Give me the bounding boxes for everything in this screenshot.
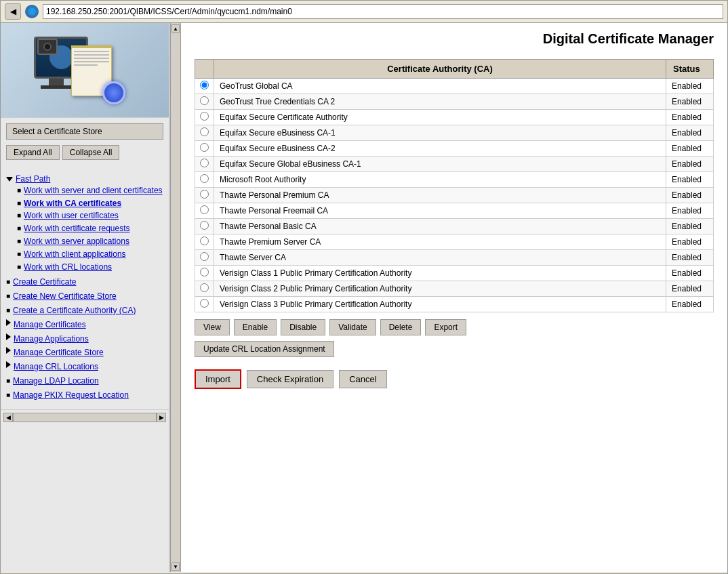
ca-name-cell: Thawte Server CA [214, 250, 666, 266]
radio-cell [195, 219, 214, 234]
ca-radio-input[interactable] [200, 205, 209, 214]
ca-radio-input[interactable] [200, 299, 209, 308]
ca-status-cell: Enabled [666, 297, 714, 312]
ca-radio-input[interactable] [200, 283, 209, 292]
vertical-scrollbar[interactable]: ▲ ▼ [170, 23, 181, 572]
crl-row: Update CRL Location Assignment [195, 341, 714, 364]
ca-radio-input[interactable] [200, 221, 209, 230]
ca-radio-input[interactable] [200, 143, 209, 152]
disable-button[interactable]: Disable [281, 319, 325, 335]
work-server-client-link[interactable]: Work with server and client certificates [24, 185, 163, 197]
ca-radio-input[interactable] [200, 190, 209, 199]
check-expiration-button[interactable]: Check Expiration [247, 370, 333, 388]
radio-cell [195, 79, 214, 94]
ca-name-cell: Microsoft Root Authority [214, 172, 666, 188]
nav-item-cert-requests: ■ Work with certificate requests [17, 223, 163, 234]
work-client-applications-link[interactable]: Work with client applications [24, 249, 126, 260]
ca-status-cell: Enabled [666, 281, 714, 297]
triangle-right-icon [6, 361, 11, 368]
scroll-up-icon: ▲ [171, 24, 180, 33]
sidebar-nav: Select a Certificate Store Expand All Co… [1, 118, 169, 409]
manage-certificates-link[interactable]: Manage Certificates [14, 319, 86, 331]
table-row: GeoTrust True Credentials CA 2Enabled [195, 94, 714, 110]
ca-radio-input[interactable] [200, 127, 209, 136]
select-certificate-store-button[interactable]: Select a Certificate Store [6, 123, 163, 140]
table-row: Verisign Class 3 Public Primary Certific… [195, 297, 714, 312]
bullet-icon: ■ [17, 236, 21, 247]
work-crl-locations-link[interactable]: Work with CRL locations [24, 262, 112, 273]
ca-status-cell: Enabled [666, 250, 714, 266]
table-row: Thawte Premium Server CAEnabled [195, 234, 714, 250]
bullet-icon: ■ [17, 249, 21, 260]
sidebar: Select a Certificate Store Expand All Co… [1, 23, 170, 572]
manage-applications-link[interactable]: Manage Applications [14, 333, 89, 345]
ca-name-cell: Verisign Class 3 Public Primary Certific… [214, 297, 666, 312]
enable-button[interactable]: Enable [234, 319, 277, 335]
fast-path-section: Fast Path ■ Work with server and client … [6, 173, 163, 272]
scroll-right-button[interactable]: ▶ [157, 413, 166, 422]
update-crl-button[interactable]: Update CRL Location Assignment [195, 341, 334, 357]
radio-cell [195, 94, 214, 110]
ca-radio-input[interactable] [200, 268, 209, 276]
ca-radio-input[interactable] [200, 174, 209, 183]
horizontal-scrollbar[interactable] [13, 413, 157, 422]
ca-radio-input[interactable] [200, 159, 209, 167]
back-button[interactable]: ◀ [5, 3, 21, 20]
ca-name-cell: Verisign Class 2 Public Primary Certific… [214, 281, 666, 297]
delete-button[interactable]: Delete [380, 319, 422, 335]
bullet-icon: ■ [6, 375, 10, 386]
nav-item-user-certs: ■ Work with user certificates [17, 210, 163, 222]
work-server-applications-link[interactable]: Work with server applications [24, 236, 129, 247]
create-ca-link[interactable]: Create a Certificate Authority (CA) [13, 305, 136, 316]
ca-status-cell: Enabled [666, 219, 714, 234]
work-user-certificates-link[interactable]: Work with user certificates [24, 210, 119, 222]
work-ca-certificates-link[interactable]: Work with CA certificates [24, 198, 121, 209]
nav-item-server-apps: ■ Work with server applications [17, 236, 163, 247]
scroll-left-button[interactable]: ◀ [3, 413, 13, 422]
table-row: Verisign Class 2 Public Primary Certific… [195, 281, 714, 297]
ca-name-cell: Equifax Secure Global eBusiness CA-1 [214, 157, 666, 172]
nav-manage-pkix: ■ Manage PKIX Request Location [6, 390, 163, 401]
nav-create-certificate: ■ Create Certificate [6, 276, 163, 288]
manage-crl-locations-link[interactable]: Manage CRL Locations [14, 361, 98, 373]
radio-cell [195, 297, 214, 312]
export-button[interactable]: Export [425, 319, 466, 335]
ca-status-cell: Enabled [666, 157, 714, 172]
ca-radio-input[interactable] [200, 81, 209, 89]
ca-status-cell: Enabled [666, 203, 714, 219]
ca-status-cell: Enabled [666, 94, 714, 110]
table-row: Thawte Personal Basic CAEnabled [195, 219, 714, 234]
manage-ldap-link[interactable]: Manage LDAP Location [13, 375, 99, 387]
bullet-icon: ■ [17, 210, 21, 221]
ca-radio-input[interactable] [200, 96, 209, 105]
validate-button[interactable]: Validate [329, 319, 376, 335]
nav-manage-crl-locations: Manage CRL Locations [6, 361, 163, 373]
ca-radio-input[interactable] [200, 252, 209, 261]
ca-radio-input[interactable] [200, 237, 209, 245]
action-buttons: View Enable Disable Validate Delete Expo… [195, 319, 714, 335]
view-button[interactable]: View [195, 319, 230, 335]
nav-manage-certificate-store: Manage Certificate Store [6, 347, 163, 358]
radio-cell [195, 157, 214, 172]
collapse-all-button[interactable]: Collapse All [62, 145, 120, 160]
ca-status-cell: Enabled [666, 188, 714, 203]
fast-path-link[interactable]: Fast Path [16, 173, 50, 185]
ca-radio-input[interactable] [200, 112, 209, 121]
ca-name-cell: Thawte Personal Freemail CA [214, 203, 666, 219]
import-button[interactable]: Import [195, 369, 241, 389]
ca-status-cell: Enabled [666, 141, 714, 157]
ca-name-cell: GeoTrust True Credentials CA 2 [214, 94, 666, 110]
ca-name-cell: Equifax Secure eBusiness CA-1 [214, 125, 666, 141]
cancel-button[interactable]: Cancel [339, 370, 386, 388]
radio-cell [195, 188, 214, 203]
create-certificate-link[interactable]: Create Certificate [13, 276, 76, 288]
manage-certificate-store-link[interactable]: Manage Certificate Store [14, 347, 104, 358]
work-certificate-requests-link[interactable]: Work with certificate requests [24, 223, 130, 234]
ca-status-cell: Enabled [666, 234, 714, 250]
create-new-certificate-store-link[interactable]: Create New Certificate Store [13, 291, 117, 302]
expand-all-button[interactable]: Expand All [6, 145, 60, 160]
address-input[interactable] [43, 4, 723, 19]
ca-name-cell: GeoTrust Global CA [214, 79, 666, 94]
ca-table: Certificate Authority (CA) Status GeoTru… [195, 59, 714, 312]
manage-pkix-link[interactable]: Manage PKIX Request Location [13, 390, 129, 401]
